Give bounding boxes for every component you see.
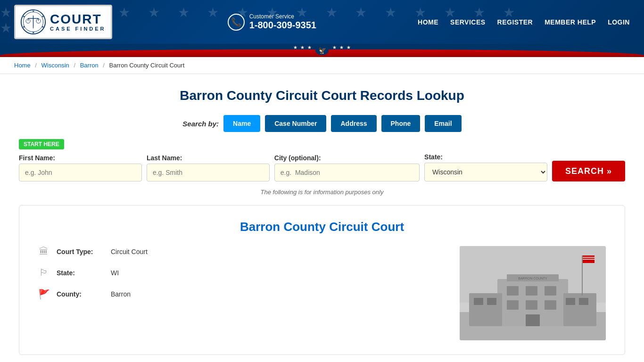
state-row: 🏳 State: WI xyxy=(38,267,446,278)
search-by-label: Search by: xyxy=(182,120,219,128)
phone-area: 📞 Customer Service 1-800-309-9351 xyxy=(228,13,316,31)
county-value: Barron xyxy=(111,290,131,298)
court-type-value: Circuit Court xyxy=(111,248,148,255)
page-title: Barron County Circuit Court Records Look… xyxy=(19,88,625,103)
county-row: 🚩 County: Barron xyxy=(38,288,446,300)
ribbon-area: ★ ★ ★ 🦅 ★ ★ ★ xyxy=(0,44,644,57)
breadcrumb-sep-3: / xyxy=(103,62,105,69)
breadcrumb-county[interactable]: Barron xyxy=(80,62,99,69)
breadcrumb-sep-2: / xyxy=(74,62,75,69)
eagle-icon: 🦅 xyxy=(314,45,330,56)
logo-box: ★ ★ ★ ★ ★ ★ COURT CASE FINDER xyxy=(14,5,112,39)
breadcrumb-current: Barron County Circuit Court xyxy=(109,62,185,69)
court-info-body: 🏛 Court Type: Circuit Court 🏳 State: WI … xyxy=(38,246,606,340)
search-button[interactable]: SEARCH » xyxy=(552,161,625,181)
breadcrumb-sep-1: / xyxy=(35,62,37,69)
svg-text:★: ★ xyxy=(23,25,25,28)
eagle-stars-row: ★ ★ ★ 🦅 ★ ★ ★ xyxy=(293,45,351,56)
eagle-badge-area: ★ ★ ★ 🦅 ★ ★ ★ xyxy=(293,45,351,57)
svg-rect-30 xyxy=(566,298,575,305)
search-form-area: START HERE First Name: Last Name: City (… xyxy=(19,139,625,181)
state-label: State: xyxy=(424,153,547,161)
tab-phone[interactable]: Phone xyxy=(381,115,421,132)
nav-register[interactable]: REGISTER xyxy=(497,18,533,26)
form-fields-row: First Name: Last Name: City (optional): … xyxy=(19,153,625,181)
court-building-svg: BARRON COUNTY xyxy=(460,246,606,340)
tab-address[interactable]: Address xyxy=(331,115,376,132)
svg-rect-23 xyxy=(507,300,519,310)
nav-member-help[interactable]: MEMBER HELP xyxy=(545,18,596,26)
last-name-input[interactable] xyxy=(147,164,270,181)
svg-text:🦅: 🦅 xyxy=(318,47,327,55)
last-name-label: Last Name: xyxy=(147,154,270,162)
logo-case-finder-text: CASE FINDER xyxy=(50,26,106,32)
state-select[interactable]: Wisconsin Alabama Alaska Arizona xyxy=(424,163,547,181)
last-name-field: Last Name: xyxy=(147,154,270,181)
tab-name[interactable]: Name xyxy=(223,115,260,132)
svg-rect-36 xyxy=(526,314,540,326)
breadcrumb-state[interactable]: Wisconsin xyxy=(41,62,69,69)
nav-login[interactable]: LOGIN xyxy=(608,18,630,26)
logo-court-text: COURT xyxy=(50,13,106,26)
state-icon: 🏳 xyxy=(38,267,50,278)
breadcrumb-home[interactable]: Home xyxy=(14,62,31,69)
site-header: ★ ★ ★ ★ ★ ★ COURT CASE FINDER 📞 xyxy=(0,0,644,44)
breadcrumb: Home / Wisconsin / Barron / Barron Count… xyxy=(0,57,644,74)
city-label: City (optional): xyxy=(274,154,420,162)
tab-email[interactable]: Email xyxy=(425,115,461,132)
svg-text:★: ★ xyxy=(41,15,44,18)
svg-rect-31 xyxy=(579,298,588,305)
court-info-panel: Barron County Circuit Court 🏛 Court Type… xyxy=(19,205,625,355)
first-name-input[interactable] xyxy=(19,164,142,181)
phone-text-block: Customer Service 1-800-309-9351 xyxy=(249,13,316,31)
nav-services[interactable]: SERVICES xyxy=(450,18,486,26)
main-content: Barron County Circuit Court Records Look… xyxy=(0,74,644,362)
svg-rect-25 xyxy=(545,300,556,310)
first-name-label: First Name: xyxy=(19,154,142,162)
logo-area: ★ ★ ★ ★ ★ ★ COURT CASE FINDER xyxy=(14,5,112,39)
court-info-details: 🏛 Court Type: Circuit Court 🏳 State: WI … xyxy=(38,246,446,340)
star-6: ★ xyxy=(347,45,351,56)
county-label: County: xyxy=(57,290,104,298)
star-3: ★ xyxy=(307,45,312,56)
search-by-row: Search by: Name Case Number Address Phon… xyxy=(19,115,625,132)
city-field: City (optional): xyxy=(274,154,420,181)
star-2: ★ xyxy=(300,45,305,56)
first-name-field: First Name: xyxy=(19,154,142,181)
svg-rect-20 xyxy=(507,286,519,296)
svg-text:★: ★ xyxy=(32,31,34,34)
info-notice: The following is for information purpose… xyxy=(19,189,625,196)
customer-service-label: Customer Service xyxy=(249,13,316,20)
svg-rect-22 xyxy=(545,286,556,296)
city-input[interactable] xyxy=(274,164,420,181)
court-type-row: 🏛 Court Type: Circuit Court xyxy=(38,246,446,257)
court-type-label: Court Type: xyxy=(57,248,104,255)
court-type-icon: 🏛 xyxy=(38,246,50,257)
state-field: State: Wisconsin Alabama Alaska Arizona xyxy=(424,153,547,181)
nav-home[interactable]: HOME xyxy=(418,18,438,26)
svg-text:★: ★ xyxy=(41,25,44,28)
svg-rect-28 xyxy=(487,298,496,305)
svg-rect-27 xyxy=(474,298,483,305)
county-icon: 🚩 xyxy=(38,288,50,300)
customer-service-number: 1-800-309-9351 xyxy=(249,20,316,31)
logo-text-area: COURT CASE FINDER xyxy=(50,13,106,32)
svg-text:BARRON COUNTY: BARRON COUNTY xyxy=(518,277,547,280)
svg-rect-21 xyxy=(526,286,537,296)
phone-icon: 📞 xyxy=(228,14,245,31)
star-5: ★ xyxy=(339,45,344,56)
svg-text:★: ★ xyxy=(23,15,25,18)
court-building-image: BARRON COUNTY xyxy=(460,246,606,340)
tab-case-number[interactable]: Case Number xyxy=(265,115,326,132)
court-info-title: Barron County Circuit Court xyxy=(38,220,606,234)
state-label-row: State: xyxy=(57,269,104,277)
logo-emblem-icon: ★ ★ ★ ★ ★ ★ xyxy=(20,9,46,35)
star-4: ★ xyxy=(332,45,337,56)
svg-rect-24 xyxy=(526,300,537,310)
state-value: WI xyxy=(111,269,119,277)
star-1: ★ xyxy=(293,45,297,56)
main-nav: HOME SERVICES REGISTER MEMBER HELP LOGIN xyxy=(418,18,630,26)
svg-text:★: ★ xyxy=(32,9,34,13)
start-here-badge: START HERE xyxy=(19,139,64,149)
